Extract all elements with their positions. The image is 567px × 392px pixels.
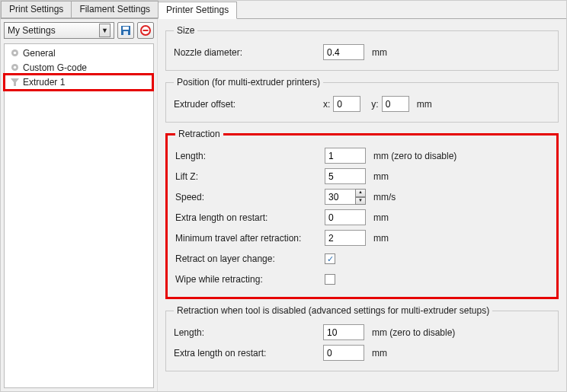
offset-x-label: x: <box>323 99 330 110</box>
sidebar-item-label: Custom G-code <box>23 62 87 73</box>
sidebar-item-label: General <box>23 48 56 59</box>
min-travel-input[interactable] <box>325 230 366 246</box>
retraction-length-label: Length: <box>175 151 325 161</box>
svg-rect-1 <box>123 27 129 30</box>
speed-spinner[interactable]: ▲ ▼ <box>355 189 366 205</box>
rd-extra-input[interactable] <box>323 345 364 361</box>
svg-rect-2 <box>123 31 128 35</box>
gear-icon <box>9 48 20 59</box>
sidebar-item-general[interactable]: General <box>5 46 153 60</box>
sidebar-item-custom-gcode[interactable]: Custom G-code <box>5 60 153 75</box>
funnel-icon <box>9 77 20 88</box>
preset-select[interactable]: My Settings ▼ <box>4 22 114 39</box>
wipe-label: Wipe while retracting: <box>175 274 325 285</box>
offset-y-label: y: <box>371 99 378 110</box>
group-retraction: Retraction Length: mm (zero to disable) … <box>165 129 559 299</box>
speed-unit: mm/s <box>373 192 396 202</box>
delete-preset-button[interactable] <box>137 22 154 39</box>
unit-mm: mm <box>372 47 387 58</box>
extra-length-label: Extra length on restart: <box>175 212 325 223</box>
chevron-down-icon: ▼ <box>355 197 366 206</box>
retraction-length-input[interactable] <box>325 148 366 164</box>
retraction-length-unit: mm (zero to disable) <box>373 151 456 161</box>
sidebar-tree: General Custom G-code Extruder 1 <box>4 43 154 388</box>
window: Print Settings Filament Settings Printer… <box>0 0 567 392</box>
rd-length-input[interactable] <box>323 324 364 340</box>
speed-label: Speed: <box>175 192 325 202</box>
liftz-input[interactable] <box>325 168 366 184</box>
group-retraction-disabled: Retraction when tool is disabled (advanc… <box>165 305 559 371</box>
chevron-up-icon: ▲ <box>355 189 366 197</box>
group-legend: Size <box>174 25 197 36</box>
group-legend: Retraction <box>175 129 223 139</box>
min-travel-label: Minimum travel after retraction: <box>175 233 325 244</box>
offset-x-input[interactable] <box>333 96 360 112</box>
svg-rect-4 <box>143 30 149 31</box>
tab-bar: Print Settings Filament Settings Printer… <box>1 1 566 19</box>
speed-input[interactable] <box>325 189 356 205</box>
unit-mm: mm <box>372 348 387 359</box>
floppy-icon <box>120 25 131 36</box>
sidebar: My Settings ▼ <box>1 19 158 391</box>
group-position: Position (for multi-extruder printers) E… <box>165 77 559 123</box>
retract-layer-checkbox[interactable] <box>325 253 335 264</box>
svg-point-6 <box>13 52 16 55</box>
offset-y-input[interactable] <box>382 96 409 112</box>
content-area: My Settings ▼ <box>1 19 566 391</box>
wipe-checkbox[interactable] <box>325 274 335 285</box>
svg-marker-9 <box>11 78 19 86</box>
preset-row: My Settings ▼ <box>4 22 154 39</box>
unit-mm: mm <box>373 212 389 223</box>
main-panel: Size Nozzle diameter: mm Position (for m… <box>158 19 566 391</box>
extra-length-input[interactable] <box>325 209 366 225</box>
retract-layer-label: Retract on layer change: <box>175 253 325 264</box>
delete-icon <box>140 25 151 36</box>
unit-mm: mm <box>417 99 432 110</box>
tab-printer-settings[interactable]: Printer Settings <box>158 2 237 19</box>
preset-selected-label: My Settings <box>8 25 56 36</box>
nozzle-diameter-input[interactable] <box>323 44 364 60</box>
sidebar-item-extruder-1[interactable]: Extruder 1 <box>5 75 153 89</box>
group-legend: Retraction when tool is disabled (advanc… <box>174 305 492 316</box>
extruder-offset-label: Extruder offset: <box>174 99 323 110</box>
save-preset-button[interactable] <box>117 22 134 39</box>
svg-point-8 <box>13 66 16 69</box>
group-size: Size Nozzle diameter: mm <box>165 25 559 71</box>
nozzle-diameter-label: Nozzle diameter: <box>174 47 323 58</box>
rd-length-unit: mm (zero to disable) <box>372 327 455 338</box>
sidebar-item-label: Extruder 1 <box>23 77 65 88</box>
liftz-label: Lift Z: <box>175 171 325 182</box>
gear-icon <box>9 62 20 73</box>
rd-length-label: Length: <box>174 327 323 338</box>
rd-extra-label: Extra length on restart: <box>174 348 323 359</box>
chevron-down-icon: ▼ <box>99 24 111 37</box>
tab-print-settings[interactable]: Print Settings <box>1 1 72 18</box>
group-legend: Position (for multi-extruder printers) <box>174 77 323 88</box>
unit-mm: mm <box>373 171 389 182</box>
tab-filament-settings[interactable]: Filament Settings <box>71 1 159 18</box>
unit-mm: mm <box>373 233 389 244</box>
